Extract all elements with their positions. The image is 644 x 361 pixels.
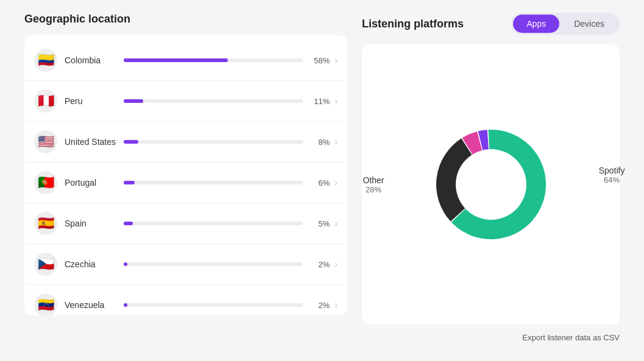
- bar-track: [124, 222, 303, 225]
- donut-chart: Other 28% Spotify 64%: [412, 105, 570, 264]
- bar-track: [124, 99, 303, 103]
- donut-segment-other: [436, 138, 472, 221]
- flag-icon: 🇻🇪: [34, 293, 57, 315]
- bar-fill: [124, 222, 133, 225]
- geo-row[interactable]: 🇨🇴Colombia58%›: [24, 40, 347, 81]
- pct-label: 2%: [310, 260, 330, 269]
- chevron-right-icon: ›: [334, 137, 338, 147]
- geo-row[interactable]: 🇻🇪Venezuela2%›: [24, 285, 347, 315]
- bar-fill: [124, 140, 138, 144]
- main-container: Geographic location 🇨🇴Colombia58%›🇵🇪Peru…: [0, 1, 644, 360]
- spotify-label: Spotify 64%: [599, 166, 625, 184]
- tab-group: Apps Devices: [511, 13, 620, 35]
- geo-row[interactable]: 🇪🇸Spain5%›: [24, 203, 347, 244]
- pct-label: 8%: [310, 138, 330, 147]
- listening-panel: Listening platforms Apps Devices Other 2…: [362, 13, 620, 324]
- country-name: Peru: [65, 96, 116, 106]
- flag-icon: 🇺🇸: [34, 130, 57, 153]
- geo-row[interactable]: 🇨🇿Czechia2%›: [24, 244, 347, 285]
- chevron-right-icon: ›: [334, 96, 338, 106]
- country-name: Colombia: [65, 55, 116, 65]
- other-label: Other 28%: [363, 175, 384, 194]
- listening-title: Listening platforms: [362, 18, 464, 30]
- bar-track: [124, 181, 303, 184]
- flag-icon: 🇨🇴: [34, 49, 57, 72]
- bar-track: [124, 140, 303, 144]
- chevron-right-icon: ›: [334, 259, 338, 269]
- flag-icon: 🇵🇹: [34, 171, 57, 194]
- pct-label: 2%: [310, 301, 330, 310]
- bar-track: [124, 58, 303, 62]
- footer-row: Export listener data as CSV: [24, 333, 620, 342]
- bar-fill: [124, 303, 127, 307]
- tab-apps[interactable]: Apps: [513, 15, 559, 33]
- chevron-right-icon: ›: [334, 219, 338, 228]
- geo-row[interactable]: 🇺🇸United States8%›: [24, 122, 347, 163]
- pct-label: 58%: [310, 56, 330, 65]
- pct-label: 6%: [310, 178, 330, 188]
- flag-icon: 🇨🇿: [34, 253, 57, 276]
- country-name: Spain: [65, 219, 116, 228]
- country-name: Czechia: [65, 259, 116, 269]
- country-name: Venezuela: [65, 300, 116, 310]
- geo-row[interactable]: 🇵🇹Portugal6%›: [24, 163, 347, 203]
- bar-fill: [124, 58, 228, 62]
- chart-container: Other 28% Spotify 64%: [362, 44, 620, 324]
- geo-list[interactable]: 🇨🇴Colombia58%›🇵🇪Peru11%›🇺🇸United States8…: [24, 35, 347, 315]
- chevron-right-icon: ›: [334, 300, 338, 310]
- bar-fill: [124, 262, 127, 266]
- pct-label: 11%: [310, 97, 330, 106]
- chevron-right-icon: ›: [334, 178, 338, 188]
- flag-icon: 🇵🇪: [34, 89, 57, 113]
- donut-svg: [412, 105, 570, 264]
- listening-header: Listening platforms Apps Devices: [362, 13, 620, 35]
- tab-devices[interactable]: Devices: [561, 15, 618, 33]
- bar-track: [124, 262, 303, 266]
- export-csv-link[interactable]: Export listener data as CSV: [522, 333, 620, 342]
- geo-row[interactable]: 🇵🇪Peru11%›: [24, 81, 347, 122]
- bar-fill: [124, 99, 143, 103]
- bar-fill: [124, 181, 135, 184]
- chevron-right-icon: ›: [334, 55, 338, 65]
- pct-label: 5%: [310, 219, 330, 228]
- country-name: United States: [65, 137, 116, 147]
- country-name: Portugal: [65, 178, 116, 188]
- geo-title: Geographic location: [24, 13, 347, 26]
- bar-track: [124, 303, 303, 307]
- geo-panel: Geographic location 🇨🇴Colombia58%›🇵🇪Peru…: [24, 13, 347, 315]
- content-row: Geographic location 🇨🇴Colombia58%›🇵🇪Peru…: [24, 13, 620, 324]
- flag-icon: 🇪🇸: [34, 212, 57, 235]
